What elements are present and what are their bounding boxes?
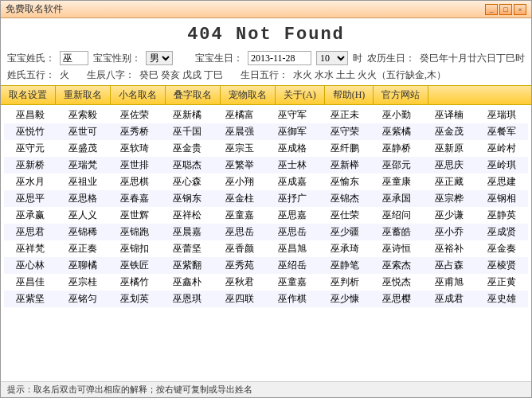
name-cell[interactable]: 巫思建: [475, 174, 528, 190]
name-cell[interactable]: 巫愉东: [319, 174, 371, 190]
name-cell[interactable]: 巫紫坚: [4, 291, 57, 307]
menu-item-取名设置[interactable]: 取名设置: [1, 86, 56, 104]
name-cell[interactable]: 巫岭琪: [475, 157, 528, 174]
name-cell[interactable]: 巫晨嘉: [161, 224, 213, 240]
name-cell[interactable]: 巫蕾坚: [161, 240, 213, 257]
name-cell[interactable]: 巫新原: [423, 140, 475, 157]
name-cell[interactable]: 巫占森: [423, 257, 475, 274]
name-cell[interactable]: 巫岭村: [475, 140, 528, 157]
name-cell[interactable]: 巫正未: [319, 107, 371, 123]
name-cell[interactable]: 巫新橘: [161, 107, 213, 123]
menu-item-关于(A)[interactable]: 关于(A): [276, 86, 325, 104]
name-cell[interactable]: 巫新榉: [319, 157, 371, 174]
name-cell[interactable]: 巫祖业: [57, 174, 109, 190]
name-cell[interactable]: 巫橘竹: [109, 274, 162, 291]
menu-item-帮助(H)[interactable]: 帮助(H): [325, 86, 374, 104]
name-cell[interactable]: 巫金奏: [475, 240, 528, 257]
name-cell[interactable]: 巫思平: [4, 190, 57, 207]
name-cell[interactable]: 巫水月: [4, 174, 57, 190]
name-cell[interactable]: 巫聊橘: [57, 257, 109, 274]
menu-item-小名取名[interactable]: 小名取名: [111, 86, 166, 104]
name-cell[interactable]: 巫成君: [423, 291, 475, 307]
name-cell[interactable]: 巫秀苑: [213, 257, 266, 274]
name-cell[interactable]: 巫香颜: [213, 240, 266, 257]
name-cell[interactable]: 巫少疆: [319, 224, 371, 240]
name-cell[interactable]: 巫金柱: [213, 190, 266, 207]
name-cell[interactable]: 巫绍岳: [266, 257, 319, 274]
name-cell[interactable]: 巫新桥: [4, 157, 57, 174]
name-cell[interactable]: 巫瑞梵: [57, 157, 109, 174]
name-cell[interactable]: 巫思君: [4, 224, 57, 240]
name-cell[interactable]: 巫棱贤: [475, 257, 528, 274]
name-cell[interactable]: 巫成格: [266, 140, 319, 157]
name-cell[interactable]: 巫世排: [109, 157, 162, 174]
name-cell[interactable]: 巫成嘉: [266, 174, 319, 190]
gender-select[interactable]: 男 女: [146, 51, 173, 65]
name-cell[interactable]: 巫锦跑: [109, 224, 162, 240]
name-cell[interactable]: 巫少慷: [319, 291, 371, 307]
name-cell[interactable]: 巫铁匠: [109, 257, 162, 274]
hour-select[interactable]: 10: [316, 51, 348, 65]
name-cell[interactable]: 巫守荣: [319, 123, 371, 140]
maximize-button[interactable]: □: [499, 4, 512, 15]
name-cell[interactable]: 巫思岳: [213, 224, 266, 240]
name-cell[interactable]: 巫铭匀: [57, 291, 109, 307]
name-cell[interactable]: 巫人义: [57, 207, 109, 224]
name-cell[interactable]: 巫译楠: [423, 107, 475, 123]
name-cell[interactable]: 巫守军: [266, 107, 319, 123]
name-cell[interactable]: 巫思庆: [423, 157, 475, 174]
name-cell[interactable]: 巫正黄: [475, 274, 528, 291]
name-cell[interactable]: 巫钢相: [475, 190, 528, 207]
name-cell[interactable]: 巫锦稀: [57, 224, 109, 240]
name-cell[interactable]: 巫思嘉: [266, 207, 319, 224]
name-cell[interactable]: 巫小勤: [371, 107, 424, 123]
name-cell[interactable]: 巫童康: [371, 174, 424, 190]
name-cell[interactable]: 巫金茂: [423, 123, 475, 140]
name-cell[interactable]: 巫思樱: [371, 291, 424, 307]
name-cell[interactable]: 巫繁举: [213, 157, 266, 174]
name-cell[interactable]: 巫宗玉: [213, 140, 266, 157]
name-cell[interactable]: 巫绍问: [371, 207, 424, 224]
name-cell[interactable]: 巫成贤: [475, 224, 528, 240]
name-cell[interactable]: 巫静桥: [371, 140, 424, 157]
name-cell[interactable]: 巫昌佳: [4, 274, 57, 291]
name-cell[interactable]: 巫判析: [319, 274, 371, 291]
name-cell[interactable]: 巫晨强: [213, 123, 266, 140]
name-cell[interactable]: 巫小翔: [213, 174, 266, 190]
name-cell[interactable]: 巫聪杰: [161, 157, 213, 174]
menu-item-叠字取名[interactable]: 叠字取名: [166, 86, 221, 104]
name-cell[interactable]: 巫静英: [475, 207, 528, 224]
name-cell[interactable]: 巫索毅: [57, 107, 109, 123]
name-cell[interactable]: 巫锦扣: [109, 240, 162, 257]
name-cell[interactable]: 巫瑞琪: [475, 107, 528, 123]
name-cell[interactable]: 巫诗恒: [371, 240, 424, 257]
name-cell[interactable]: 巫史雄: [475, 291, 528, 307]
name-cell[interactable]: 巫春嘉: [109, 190, 162, 207]
name-cell[interactable]: 巫小乔: [423, 224, 475, 240]
name-cell[interactable]: 巫盛茂: [57, 140, 109, 157]
name-cell[interactable]: 巫士林: [266, 157, 319, 174]
name-cell[interactable]: 巫四联: [213, 291, 266, 307]
name-cell[interactable]: 巫餐军: [475, 123, 528, 140]
name-cell[interactable]: 巫童嘉: [266, 274, 319, 291]
name-cell[interactable]: 巫划英: [109, 291, 162, 307]
menu-item-官方网站[interactable]: 官方网站: [374, 86, 428, 104]
name-cell[interactable]: 巫锦杰: [319, 190, 371, 207]
name-cell[interactable]: 巫承国: [371, 190, 424, 207]
name-cell[interactable]: 巫恩琪: [161, 291, 213, 307]
name-cell[interactable]: 巫宗桦: [423, 190, 475, 207]
name-cell[interactable]: 巫正藏: [423, 174, 475, 190]
name-cell[interactable]: 巫邵元: [371, 157, 424, 174]
name-cell[interactable]: 巫思格: [57, 190, 109, 207]
name-cell[interactable]: 巫悦竹: [4, 123, 57, 140]
name-cell[interactable]: 巫承琦: [319, 240, 371, 257]
name-cell[interactable]: 巫思岳: [266, 224, 319, 240]
name-cell[interactable]: 巫紫翻: [161, 257, 213, 274]
name-cell[interactable]: 巫鑫朴: [161, 274, 213, 291]
surname-input[interactable]: [60, 51, 88, 65]
menu-item-重新取名[interactable]: 重新取名: [56, 86, 111, 104]
name-cell[interactable]: 巫蓄皓: [371, 224, 424, 240]
name-cell[interactable]: 巫甫旭: [423, 274, 475, 291]
name-cell[interactable]: 巫思棋: [109, 174, 162, 190]
name-cell[interactable]: 巫秋君: [213, 274, 266, 291]
